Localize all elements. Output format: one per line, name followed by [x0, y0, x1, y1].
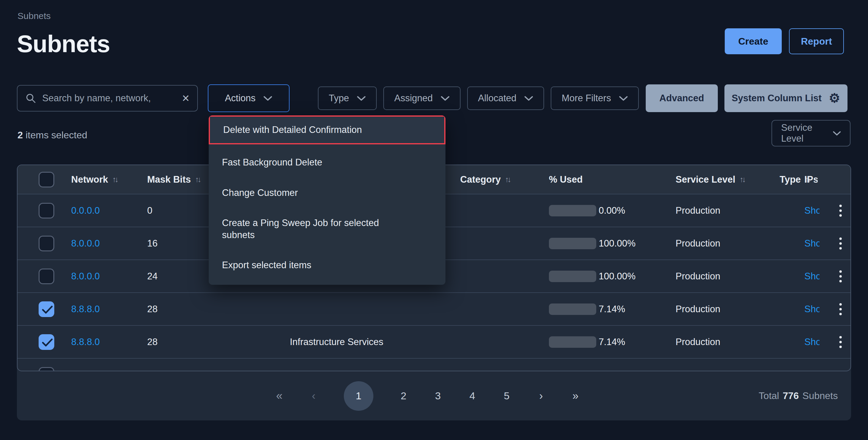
filter-assigned-dropdown[interactable]: Assigned [383, 87, 461, 110]
filter-toolbar: Search by name, network, × Actions Type … [17, 82, 851, 115]
row-checkbox[interactable] [39, 367, 54, 371]
selection-count: 2 items selected [18, 130, 87, 141]
prev-page-icon[interactable]: ‹ [309, 390, 318, 402]
table-row-partial [18, 358, 850, 371]
ips-show-link[interactable]: Show [804, 271, 819, 282]
total-count: Total776Subnets [580, 390, 851, 401]
name-cell: Infrastructure Services [252, 337, 421, 347]
advanced-button[interactable]: Advanced [646, 84, 718, 112]
row-menu-kebab-icon[interactable] [838, 334, 843, 350]
service-level-cell: Production [660, 238, 780, 249]
usage-bar [549, 303, 596, 315]
select-all-checkbox[interactable] [39, 172, 54, 188]
chevron-down-icon [441, 96, 450, 101]
service-level-cell: Production [660, 205, 780, 216]
clear-search-icon[interactable]: × [182, 92, 189, 105]
filter-label: Assigned [394, 93, 433, 104]
menu-item-change-customer[interactable]: Change Customer [209, 178, 445, 208]
filter-label: Type [329, 93, 349, 104]
used-cell: 0.00% [549, 205, 660, 216]
create-button[interactable]: Create [725, 28, 782, 54]
row-checkbox[interactable] [39, 269, 54, 284]
row-menu-kebab-icon[interactable] [838, 301, 843, 317]
used-cell: 100.00% [549, 271, 660, 282]
first-page-icon[interactable]: « [275, 390, 283, 402]
page-number-4[interactable]: 4 [468, 390, 476, 402]
column-header-network[interactable]: Network↑↓ [71, 174, 117, 185]
next-page-icon[interactable]: › [537, 390, 545, 402]
page-number-3[interactable]: 3 [434, 390, 442, 402]
last-page-icon[interactable]: » [571, 390, 580, 402]
selection-count-text: items selected [26, 130, 88, 140]
sort-icon[interactable]: ↑↓ [740, 175, 744, 184]
filter-label: More Filters [562, 93, 611, 104]
network-link[interactable]: 0.0.0.0 [71, 205, 100, 216]
column-header-service-level[interactable]: Service Level↑↓ [676, 174, 744, 185]
usage-percent: 7.14% [599, 304, 625, 315]
page-number-1-active[interactable]: 1 [344, 381, 373, 411]
page-number-2[interactable]: 2 [399, 390, 408, 402]
mask-bits-cell: 28 [147, 304, 252, 315]
menu-item-fast-background-delete[interactable]: Fast Background Delete [209, 147, 445, 177]
service-level-label: Service Level [781, 122, 833, 144]
search-input[interactable]: Search by name, network, × [17, 85, 198, 111]
service-level-cell: Production [660, 304, 780, 315]
system-column-list-button[interactable]: System Column List ⚙ [724, 84, 847, 112]
network-link[interactable]: 8.0.0.0 [71, 271, 100, 281]
usage-percent: 0.00% [599, 205, 625, 216]
chevron-down-icon [357, 96, 366, 101]
sort-icon[interactable]: ↑↓ [505, 175, 510, 184]
network-link[interactable]: 8.8.8.0 [71, 304, 100, 314]
row-menu-kebab-icon[interactable] [838, 203, 843, 218]
menu-item-export-selected-items[interactable]: Export selected items [209, 250, 445, 280]
menu-item-delete-with-detailed[interactable]: Delete with Detailed Confirmation [209, 115, 445, 144]
header-buttons: Create Report [725, 28, 844, 54]
row-menu-kebab-icon[interactable] [838, 236, 843, 251]
selection-count-number: 2 [18, 130, 23, 140]
ips-show-link[interactable]: Show [804, 238, 819, 249]
page-title: Subnets [17, 30, 110, 58]
network-link[interactable]: 8.8.8.0 [71, 337, 100, 347]
row-checkbox[interactable] [39, 236, 54, 251]
filter-more-filters-dropdown[interactable]: More Filters [551, 87, 639, 110]
service-level-cell: Production [660, 337, 780, 347]
ips-show-link[interactable]: Show [804, 304, 819, 315]
service-level-cell: Production [660, 271, 780, 282]
total-count-number: 776 [783, 390, 799, 401]
actions-dropdown-button[interactable]: Actions [208, 84, 289, 112]
table-row: 8.8.8.0 28 7.14% Production Show [18, 292, 850, 325]
report-button[interactable]: Report [789, 28, 844, 54]
gear-icon: ⚙ [829, 92, 840, 105]
service-level-dropdown[interactable]: Service Level [772, 120, 850, 146]
network-link[interactable]: 8.0.0.0 [71, 238, 100, 249]
menu-item-create-a-ping[interactable]: Create a Ping Sweep Job for selected sub… [209, 208, 445, 250]
table-footer: « ‹ 12345 › » Total776Subnets [17, 371, 851, 420]
actions-label: Actions [225, 93, 256, 104]
filter-label: Allocated [478, 93, 517, 104]
mask-bits-cell: 28 [147, 337, 252, 347]
column-header-used: % Used [549, 174, 583, 185]
page-number-5[interactable]: 5 [502, 390, 511, 402]
search-icon [25, 93, 36, 104]
column-header-mask-bits[interactable]: Mask Bits↑↓ [147, 174, 200, 185]
chevron-down-icon [524, 96, 533, 101]
filter-allocated-dropdown[interactable]: Allocated [467, 87, 545, 110]
row-checkbox[interactable] [39, 301, 54, 317]
ips-show-link[interactable]: Show [804, 337, 819, 347]
column-header-ips: IPs [804, 174, 818, 185]
filter-dropdowns: Type Assigned Allocated More Filters [318, 87, 639, 110]
breadcrumb[interactable]: Subnets [18, 11, 51, 21]
sort-icon[interactable]: ↑↓ [112, 175, 117, 184]
row-menu-kebab-icon[interactable] [838, 269, 843, 284]
usage-percent: 100.00% [599, 271, 636, 282]
ips-show-link[interactable]: Show [804, 205, 819, 216]
pagination: « ‹ 12345 › » [275, 381, 580, 411]
row-checkbox[interactable] [39, 203, 54, 218]
system-column-list-label: System Column List [732, 93, 822, 104]
column-header-category[interactable]: Category↑↓ [460, 174, 510, 185]
check-icon [42, 338, 53, 347]
filter-type-dropdown[interactable]: Type [318, 87, 377, 110]
usage-percent: 100.00% [599, 238, 636, 249]
row-checkbox[interactable] [39, 334, 54, 350]
sort-icon[interactable]: ↑↓ [195, 175, 200, 184]
